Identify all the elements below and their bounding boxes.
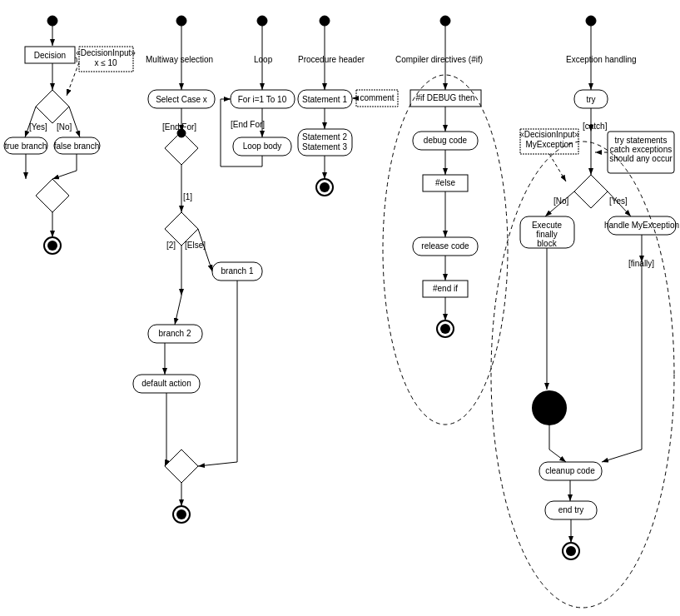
decision-input-value: x ≤ 10 <box>94 58 117 67</box>
default-action-label: default action <box>141 379 191 388</box>
compiler-title: Compiler directives (#if) <box>395 55 483 64</box>
arrow <box>52 171 77 179</box>
branch2-box-label: branch 2 <box>159 329 191 338</box>
branch2-label-2: [2] <box>166 241 176 250</box>
arrow <box>545 191 574 216</box>
decision-label: Decision <box>34 51 66 60</box>
execute-finally-1: Execute <box>532 221 563 230</box>
arrow <box>198 462 237 466</box>
arrow <box>175 296 181 325</box>
statement3-label: Statement 3 <box>302 142 347 152</box>
multiway-title: Multiway selection <box>146 55 213 64</box>
try-stmt-1: try statements <box>615 136 668 145</box>
exception-title: Exception handling <box>566 55 637 64</box>
arrow <box>549 450 566 462</box>
loop-title: Loop <box>254 55 273 64</box>
exception-circle-text2: tion <box>543 408 556 417</box>
decision-diamond <box>36 90 69 123</box>
compiler-end-inner <box>440 324 450 334</box>
loop-body-label: Loop body <box>243 142 282 151</box>
true-branch-label: true branch <box>5 142 47 151</box>
yes-label: [Yes] <box>29 122 47 132</box>
exc-diamond <box>574 175 608 208</box>
no-label: [No] <box>57 122 72 132</box>
proc-end-inner <box>320 182 330 192</box>
decision-start <box>47 16 57 26</box>
procedure-title: Procedure header <box>298 55 365 64</box>
select-case-label: Select Case x <box>156 95 207 104</box>
dashed-arrow <box>67 62 79 96</box>
branch1-label: [1] <box>183 192 192 201</box>
branch1-box-label: branch 1 <box>221 266 254 276</box>
execute-finally-2: finally <box>536 230 558 239</box>
yes-label-exc: [Yes] <box>609 196 628 206</box>
my-exception-input-label: «DecisionInput» <box>519 130 579 139</box>
multiway-merge-dot <box>177 129 186 137</box>
release-code-label: release code <box>421 241 469 251</box>
merge-diamond <box>36 179 69 212</box>
arrow <box>198 229 212 271</box>
try-stmt-2: catch exceptions <box>610 145 673 154</box>
comment-label: comment <box>360 93 394 102</box>
try-stmt-3: should any occur <box>609 154 673 163</box>
false-branch-label: false branch <box>54 142 99 151</box>
handle-exc-label: handle MyException <box>604 221 679 230</box>
execute-finally-3: block <box>537 239 557 248</box>
statement2-label: Statement 2 <box>302 132 347 142</box>
exc-start <box>586 16 596 26</box>
diagram-canvas: Decision Decision «DecisionInput» x ≤ 10… <box>0 0 680 616</box>
decision-input-label: «DecisionInput» <box>76 48 136 57</box>
exc-end-inner <box>566 546 576 556</box>
cleanup-code-label: cleanup code <box>545 466 595 475</box>
proc-start <box>320 16 330 26</box>
end-for-arrow-label: [End For] <box>231 120 265 129</box>
exc-boundary <box>491 142 674 608</box>
decision-end-inner <box>47 241 57 251</box>
else-label: #else <box>435 178 455 187</box>
arrow <box>602 450 642 462</box>
multiway-start <box>176 16 186 26</box>
catch-label: [catch] <box>583 122 608 131</box>
dashed-arrow <box>549 154 566 181</box>
end-if-label: #end if <box>433 284 458 293</box>
if-debug-label: #if DEBUG then <box>415 93 474 102</box>
loop-start <box>257 16 267 26</box>
for-label: For i=1 To 10 <box>238 95 287 104</box>
try-label: try <box>586 95 595 104</box>
statement1-label: Statement 1 <box>302 95 347 104</box>
end-try-label: end try <box>558 505 584 514</box>
compiler-start <box>440 16 450 26</box>
exception-circle-text1: Excep <box>538 398 561 407</box>
multiway-end-inner <box>176 509 186 519</box>
my-exception-input-value: MyException <box>525 140 573 149</box>
merge-diamond-bottom <box>165 450 198 483</box>
debug-code-label: debug code <box>424 136 468 145</box>
